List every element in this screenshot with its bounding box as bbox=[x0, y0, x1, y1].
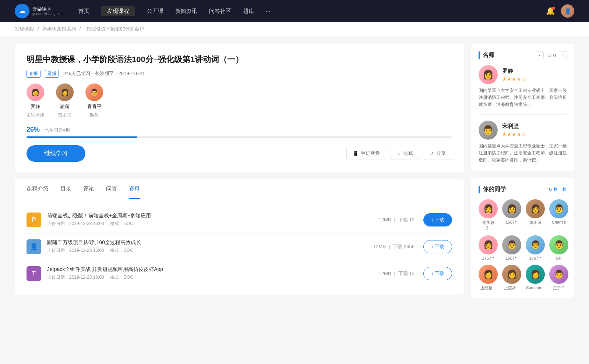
collect-button[interactable]: ☆ 收藏 bbox=[391, 147, 419, 160]
classmate-7[interactable]: 👨 1867** bbox=[526, 235, 545, 260]
course-meta: 直播 录播 246人已学习 · 有效期至：2019–10–21 bbox=[27, 70, 452, 78]
breadcrumb-link-1[interactable]: 发现课程 bbox=[15, 26, 34, 32]
progress-bar bbox=[27, 136, 452, 138]
mobile-icon: 📱 bbox=[353, 151, 359, 156]
tabs-content: P 前端全栈加强版！前端全栈+全周期+多端应用 上传日期：2019-12-28 … bbox=[27, 199, 452, 295]
teacher-sidebar-name-2: 宋利坚 bbox=[502, 123, 526, 130]
classmate-name-1: 化学教书... bbox=[479, 220, 498, 231]
share-icon: ↗ bbox=[430, 151, 434, 156]
prev-teacher-button[interactable]: ‹ bbox=[536, 51, 544, 59]
download-button-3[interactable]: ↓ 下载 bbox=[423, 267, 452, 280]
tab-intro[interactable]: 课程介绍 bbox=[27, 179, 49, 199]
course-meta-text: 246人已学习 · 有效期至：2019–10–21 bbox=[63, 70, 145, 77]
teacher-avatar-3: 👨 bbox=[85, 83, 103, 101]
material-icon-2: 👤 bbox=[27, 239, 41, 254]
teacher-page: 1/10 bbox=[547, 53, 556, 58]
classmate-avatar-6: 👨 bbox=[502, 235, 521, 254]
share-button[interactable]: ↗ 分享 bbox=[424, 147, 452, 160]
classmate-5[interactable]: 👩 1767** bbox=[479, 235, 498, 260]
material-item-3: T Jetpack全组件实战 开发短视频应用高仿皮皮虾App 上传日期：2019… bbox=[27, 260, 452, 287]
nav-news[interactable]: 新闻资讯 bbox=[175, 6, 197, 16]
teacher-sidebar-name-1: 罗静 bbox=[502, 68, 526, 75]
teacher-sidebar-avatar-2[interactable]: 👨 bbox=[479, 121, 498, 140]
course-header-card: 明星中教授课，小学阶段语法100分–强化级第1讲动词（一） 直播 录播 246人… bbox=[15, 44, 464, 172]
tag-live: 直播 bbox=[27, 70, 40, 78]
teacher-name-1: 罗静 bbox=[31, 103, 40, 110]
continue-button[interactable]: 继续学习 bbox=[27, 145, 85, 162]
material-title-2: 跟随千万级项目从0到100全过程高效成长 bbox=[47, 239, 373, 246]
logo-text: 云朵课堂 yundouketang.com bbox=[32, 6, 64, 16]
teachers-sidebar-card: 名师 ‹ 1/10 › 👩 罗静 ★★★★☆ bbox=[471, 44, 574, 171]
progress-note: 已学习0课时 bbox=[44, 127, 71, 133]
download-button-1[interactable]: ↓ 下载 bbox=[423, 213, 452, 226]
classmate-2[interactable]: 👩 1567** bbox=[502, 199, 521, 231]
teacher-desc-1: 国内某重点大学安全工程专业硕士，国家一级注册消防工程师、注册安全工程师、高级注册… bbox=[479, 87, 567, 108]
classmate-avatar-4: 👨 bbox=[549, 199, 568, 218]
classmate-11[interactable]: 👩 Summer... bbox=[526, 265, 545, 291]
classmate-avatar-11: 👩 bbox=[526, 265, 545, 284]
nav-discover[interactable]: 发现课程 bbox=[101, 6, 135, 16]
classmate-avatar-10: 👩 bbox=[502, 265, 521, 284]
nav-question[interactable]: 题库 bbox=[243, 6, 254, 16]
main-container: 明星中教授课，小学阶段语法100分–强化级第1讲动词（一） 直播 录播 246人… bbox=[0, 36, 589, 313]
teacher-role-1: 主讲老师 bbox=[27, 112, 44, 118]
teacher-2: 👩 凌荷 班主任 bbox=[56, 83, 74, 118]
teacher-1: 👩 罗静 主讲老师 bbox=[27, 83, 44, 118]
material-stats-1: 12MB | 下载 12 bbox=[378, 217, 414, 223]
logo[interactable]: ☁ 云朵课堂 yundouketang.com bbox=[15, 4, 64, 18]
download-button-2[interactable]: ↓ 下载 bbox=[423, 240, 452, 253]
right-panel: 名师 ‹ 1/10 › 👩 罗静 ★★★★☆ bbox=[471, 44, 574, 306]
course-tabs-card: 课程介绍 目录 评论 问答 资料 P 前端全栈加强版！前端全栈+全周期+多端应用… bbox=[15, 179, 464, 295]
material-stats-3: 12MB | 下载 12 bbox=[378, 270, 414, 277]
course-actions: 继续学习 📱 手机观看 ☆ 收藏 ↗ 分享 bbox=[27, 145, 452, 162]
tag-record: 录播 bbox=[45, 70, 59, 78]
mobile-watch-button[interactable]: 📱 手机观看 bbox=[346, 147, 386, 160]
classmates-header: 你的同学 ↻ 换一换 bbox=[479, 186, 567, 193]
tab-materials[interactable]: 资料 bbox=[129, 179, 140, 199]
classmate-1[interactable]: 👩 化学教书... bbox=[479, 199, 498, 231]
classmate-6[interactable]: 👨 1567** bbox=[502, 235, 521, 260]
breadcrumb-link-2[interactable]: 新媒体营销系列 bbox=[42, 26, 76, 32]
classmate-9[interactable]: 👩 上院桥... bbox=[479, 265, 498, 291]
nav-open[interactable]: 公开课 bbox=[147, 6, 163, 16]
classmate-8[interactable]: 👨 Bill bbox=[549, 235, 568, 260]
action-buttons: 📱 手机观看 ☆ 收藏 ↗ 分享 bbox=[346, 147, 452, 160]
material-item-2: 👤 跟随千万级项目从0到100全过程高效成长 上传日期：2019-12-28 1… bbox=[27, 233, 452, 260]
tab-review[interactable]: 评论 bbox=[83, 179, 94, 199]
course-title: 明星中教授课，小学阶段语法100分–强化级第1讲动词（一） bbox=[27, 54, 452, 65]
bell-icon[interactable]: 🔔 bbox=[546, 7, 555, 15]
material-title-1: 前端全栈加强版！前端全栈+全周期+多端应用 bbox=[47, 213, 378, 219]
material-info-2: 跟随千万级项目从0到100全过程高效成长 上传日期：2019-12-28 16:… bbox=[47, 239, 373, 254]
classmate-name-11: Summer... bbox=[526, 285, 544, 290]
material-meta-2: 上传日期：2019-12-28 16:00 格式：DOC bbox=[47, 247, 373, 254]
tab-qa[interactable]: 问答 bbox=[106, 179, 117, 199]
next-teacher-button[interactable]: › bbox=[559, 51, 567, 59]
material-meta-3: 上传日期：2019-12-28 16:00 格式：DOC bbox=[47, 274, 378, 281]
classmate-avatar-2: 👩 bbox=[502, 199, 521, 218]
left-panel: 明星中教授课，小学阶段语法100分–强化级第1讲动词（一） 直播 录播 246人… bbox=[15, 44, 464, 306]
nav-qa[interactable]: 问答社区 bbox=[209, 6, 231, 16]
nav-more[interactable]: ··· bbox=[266, 6, 271, 16]
classmate-name-2: 1567** bbox=[505, 220, 518, 224]
classmate-10[interactable]: 👩 上院桥... bbox=[502, 265, 521, 291]
teacher-sidebar-1: 👩 罗静 ★★★★☆ 国内某重点大学安全工程专业硕士，国家一级注册消防工程师、注… bbox=[479, 65, 567, 115]
teacher-sidebar-avatar-1[interactable]: 👩 bbox=[479, 65, 498, 84]
progress-fill bbox=[27, 136, 137, 138]
material-title-3: Jetpack全组件实战 开发短视频应用高仿皮皮虾App bbox=[47, 266, 378, 273]
nav-home[interactable]: 首页 bbox=[78, 6, 89, 16]
classmate-4[interactable]: 👨 Charles bbox=[549, 199, 568, 231]
tab-catalog[interactable]: 目录 bbox=[60, 179, 71, 199]
classmate-3[interactable]: 👩 张小田 bbox=[526, 199, 545, 231]
star-icon: ☆ bbox=[397, 151, 401, 156]
teacher-desc-2: 国内某重点大学安全工程专业硕士，国家一级注册消防工程师、注册安全工程师、级注册建… bbox=[479, 143, 567, 164]
refresh-classmates-button[interactable]: ↻ 换一换 bbox=[549, 186, 567, 193]
classmate-name-9: 上院桥... bbox=[480, 285, 496, 291]
classmate-name-12: 王子平 bbox=[553, 285, 565, 291]
user-avatar-nav[interactable]: 👤 bbox=[561, 4, 574, 18]
teacher-name-3: 青青平 bbox=[87, 103, 102, 110]
teachers-card-title: 名师 bbox=[479, 51, 494, 59]
logo-icon: ☁ bbox=[15, 4, 29, 18]
material-stats-2: 12MB | 下载 3456 bbox=[373, 243, 415, 250]
classmate-12[interactable]: 👨 王子平 bbox=[549, 265, 568, 291]
teacher-sidebar-2: 👨 宋利坚 ★★★★☆ 国内某重点大学安全工程专业硕士，国家一级注册消防工程师、… bbox=[479, 121, 567, 164]
